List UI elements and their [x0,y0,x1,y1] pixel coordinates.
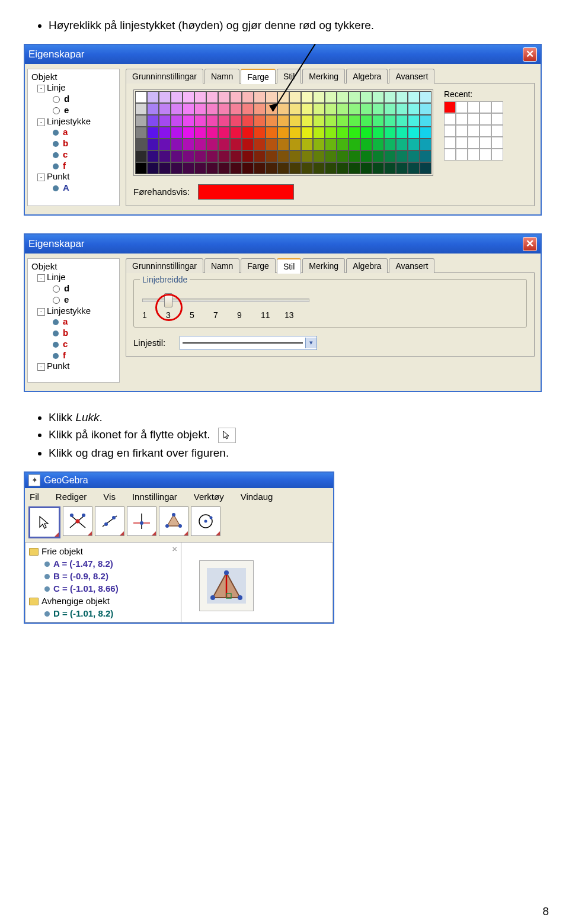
tab-farge[interactable]: Farge [241,258,276,273]
svg-point-6 [76,519,80,523]
selection-preview [199,560,254,611]
dependent-objects-folder[interactable]: Avhengige objekt [29,595,177,607]
close-icon[interactable]: × [172,544,177,554]
tree-linjestykke[interactable]: -Linjestykke [29,116,118,127]
tab-farge[interactable]: Farge [241,69,276,84]
tab-namn[interactable]: Namn [204,69,239,84]
tree-item-a[interactable]: a [29,316,118,328]
geogebra-window: ✦ GeoGebra Fil Rediger Vis Innstillingar… [24,471,334,624]
toolbar [25,505,333,542]
svg-point-27 [210,595,215,600]
menu-verktoy[interactable]: Verktøy [190,490,228,503]
tab-stil[interactable]: Stil [277,69,301,84]
polygon-tool-button[interactable] [159,506,188,536]
move-tool-button[interactable] [28,506,60,538]
svg-point-20 [204,519,207,522]
dialog-title: Eigenskapar [28,49,85,60]
graphics-view[interactable] [181,542,333,623]
tree-root: Objekt [29,261,118,272]
svg-point-11 [112,516,116,519]
tab-merking[interactable]: Merking [302,258,345,273]
tab-avansert[interactable]: Avansert [389,69,434,84]
svg-point-16 [172,513,175,516]
svg-point-10 [104,522,108,526]
tab-grunninnstillingar[interactable]: Grunninnstillingar [126,258,203,273]
menu-vindaug[interactable]: Vindaug [237,490,277,503]
tree-item-e[interactable]: e [29,294,118,306]
circle-tool-button[interactable] [191,506,220,536]
dialog-title: Eigenskapar [28,238,85,250]
tab-namn[interactable]: Namn [204,258,239,273]
menu-fil[interactable]: Fil [26,490,43,503]
app-icon: ✦ [28,474,40,486]
obj-B[interactable]: B = (-0.9, 8.2) [53,571,108,581]
svg-marker-2 [223,431,229,439]
svg-point-21 [210,516,213,519]
tree-item-b[interactable]: b [29,138,118,149]
bullet-drag-firkant: Klikk og drag en firkant over figuren. [49,445,545,461]
recent-colors[interactable] [444,101,503,161]
tree-item-c[interactable]: c [29,339,118,350]
tab-merking[interactable]: Merking [302,69,345,84]
object-tree[interactable]: Objekt -Linje d e -Linjestykke a b c f -… [27,258,120,383]
menu-rediger[interactable]: Rediger [52,490,91,503]
tabs: Grunninnstillingar Namn Farge Stil Merki… [126,258,535,273]
tree-item-f[interactable]: f [29,350,118,361]
tab-algebra[interactable]: Algebra [346,69,388,84]
tree-punkt[interactable]: -Punkt [29,171,118,182]
tab-stil[interactable]: Stil [277,258,301,274]
tab-content-stil: Linjebreidde 1 3 5 7 9 11 [126,272,535,357]
point-tool-button[interactable] [63,506,92,536]
preview-label: Førehandsvis: [133,187,190,197]
menu-bar[interactable]: Fil Rediger Vis Innstillingar Verktøy Vi… [25,488,333,505]
linestyle-select[interactable]: ▾ [180,336,317,350]
tree-punkt[interactable]: -Punkt [29,361,118,372]
color-picker[interactable] [133,89,433,176]
close-icon[interactable]: ✕ [523,237,537,251]
tab-algebra[interactable]: Algebra [346,258,388,273]
menu-vis[interactable]: Vis [100,490,119,503]
algebra-view[interactable]: × Frie objekt A = (-1.47, 8.2) B = (-0.9… [25,542,181,623]
perpline-tool-button[interactable] [127,506,156,536]
tree-linje[interactable]: -Linje [29,82,118,94]
svg-point-14 [140,521,143,525]
titlebar: Eigenskapar ✕ [25,45,541,64]
highlight-circle-icon [155,294,183,321]
tree-linjestykke[interactable]: -Linjestykke [29,306,118,317]
object-tree[interactable]: Objekt -Linje d e -Linjestykke a b c f -… [27,69,120,206]
app-title: GeoGebra [44,475,88,486]
menu-innstillingar[interactable]: Innstillingar [129,490,181,503]
tab-avansert[interactable]: Avansert [389,258,434,273]
line-tool-button[interactable] [95,506,124,536]
bullet-top: Høyreklikk på linjestykket (høyden) og g… [49,18,545,33]
tree-item-a[interactable]: a [29,127,118,138]
tabs: Grunninnstillingar Namn Farge Stil Merki… [126,69,535,84]
svg-marker-3 [40,516,48,528]
color-preview [198,184,294,200]
obj-A[interactable]: A = (-1.47, 8.2) [53,559,113,569]
chevron-down-icon[interactable]: ▾ [305,338,317,348]
free-objects-folder[interactable]: Frie objekt [29,545,177,557]
svg-point-26 [238,595,242,600]
tree-item-c[interactable]: c [29,149,118,161]
recent-label: Recent: [444,89,503,99]
linjestil-label: Linjestil: [133,338,165,348]
titlebar: Eigenskapar ✕ [25,235,541,254]
tree-item-b[interactable]: b [29,328,118,339]
tree-item-f[interactable]: f [29,161,118,172]
titlebar: ✦ GeoGebra [25,473,333,488]
tree-linje[interactable]: -Linje [29,272,118,283]
tab-grunninnstillingar[interactable]: Grunninnstillingar [126,69,203,84]
properties-dialog-stil: Eigenskapar ✕ Objekt -Linje d e -Linjest… [24,233,542,392]
tree-item-d[interactable]: d [29,94,118,105]
properties-dialog-farge: Eigenskapar ✕ Objekt -Linje d e -Linjest… [24,44,542,216]
tree-item-d[interactable]: d [29,283,118,294]
svg-point-17 [178,524,182,528]
tree-root: Objekt [29,72,118,83]
obj-D[interactable]: D = (-1.01, 8.2) [53,608,113,618]
obj-C[interactable]: C = (-1.01, 8.66) [53,583,119,593]
move-cursor-icon [218,428,236,443]
tree-item-e[interactable]: e [29,105,118,116]
close-icon[interactable]: ✕ [523,47,537,62]
tree-item-A[interactable]: A [29,182,118,194]
